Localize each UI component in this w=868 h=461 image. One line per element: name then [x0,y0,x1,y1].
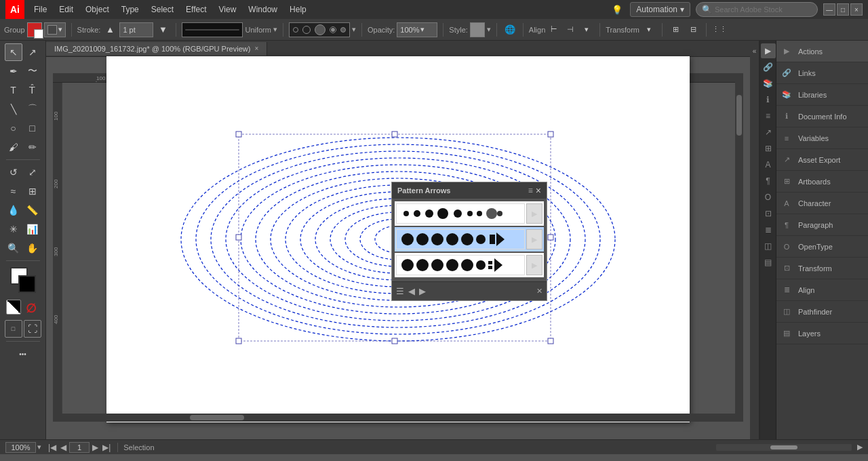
stroke-down-arrow[interactable]: ▼ [155,22,170,37]
menu-view[interactable]: View [214,2,242,17]
panel-close-button[interactable]: × [536,185,541,196]
prev-page-button[interactable]: ◀ [59,443,68,452]
panel-header[interactable]: Pattern Arrows ≡ × [392,182,547,199]
global-btn[interactable]: 🌐 [502,22,517,37]
warp-tool[interactable]: ≈ [5,182,22,200]
panel-prev-button[interactable]: ◀ [408,286,415,296]
side-icon-paragraph[interactable]: ¶ [761,174,776,188]
adobe-stock-search[interactable]: 🔍 [696,2,818,17]
brush-pattern-selector[interactable] [289,22,350,37]
panel-item-actions[interactable]: ▶ Actions [776,41,868,62]
panel-item-artboards[interactable]: ⊞ Artboards [776,171,868,193]
document-tab[interactable]: IMG_20201009_161732.jpg* @ 100% (RGB/GPU… [46,42,267,56]
selection-tool[interactable]: ↖ [5,43,22,61]
tab-close-button[interactable]: × [254,45,258,52]
panel-item-libraries[interactable]: 📚 Libraries [776,84,868,106]
fill-type-dropdown[interactable]: ▾ [44,22,66,37]
align-center-button[interactable]: ⊣ [563,22,578,37]
menu-file[interactable]: File [28,2,52,17]
page-input[interactable] [69,442,90,453]
last-page-button[interactable]: ▶| [101,443,112,452]
menu-type[interactable]: Type [116,2,144,17]
color-mode-btn[interactable] [6,300,21,315]
vertical-type-tool[interactable]: T̂ [24,81,41,99]
normal-mode-btn[interactable]: □ [5,320,22,338]
group-arrange-button[interactable]: ⊟ [686,22,701,37]
panel-list-mode-button[interactable]: ☰ [396,286,404,296]
side-icon-asset-export[interactable]: ↗ [761,125,776,140]
panel-collapse-button[interactable]: « [750,41,760,439]
type-tool[interactable]: T [5,81,22,99]
panel-item-character[interactable]: A Character [776,193,868,214]
brush-play-3[interactable]: ▶ [526,255,542,275]
eyedropper-tool[interactable]: 💧 [5,201,22,219]
side-icon-artboards[interactable]: ⊞ [761,141,776,156]
panel-item-document-info[interactable]: ℹ Document Info [776,106,868,127]
measure-tool[interactable]: 📏 [24,201,41,219]
menu-help[interactable]: Help [284,2,312,17]
hand-tool[interactable]: ✋ [24,239,41,257]
horizontal-scrollbar[interactable] [53,414,735,422]
align-options-button[interactable]: ▾ [579,22,594,37]
curvature-tool[interactable]: 〜 [24,62,41,80]
zoom-dropdown-icon[interactable]: ▾ [37,443,41,452]
more-tools-btn[interactable]: ••• [14,345,32,363]
document-canvas[interactable]: 100 200 300 400 500 600 700 800 100 [53,57,743,422]
side-icon-align[interactable]: ≣ [761,222,776,237]
brush-row-1[interactable]: ▶ [395,201,544,226]
align-left-button[interactable]: ⊢ [547,22,561,37]
opacity-input[interactable]: 100% ▾ [397,22,437,37]
minimize-button[interactable]: — [823,3,835,16]
side-icon-links[interactable]: 🔗 [761,60,776,75]
line-tool[interactable]: ╲ [5,100,22,118]
side-icon-layers[interactable]: ▤ [761,255,776,270]
color-indicator[interactable] [10,267,36,293]
side-icon-variables[interactable]: ≡ [761,108,776,123]
panel-delete-button[interactable]: ✕ [536,287,542,296]
panel-item-transform[interactable]: ⊡ Transform [776,258,868,279]
maximize-button[interactable]: □ [837,3,849,16]
panel-item-links[interactable]: 🔗 Links [776,62,868,84]
pencil-tool[interactable]: ✏ [24,138,41,156]
panel-item-layers[interactable]: ▤ Layers [776,323,868,344]
side-icon-libraries[interactable]: 📚 [761,76,776,91]
stroke-up-arrow[interactable]: ▲ [102,22,117,37]
arrange-button[interactable]: ⊞ [668,22,683,37]
rotate-tool[interactable]: ↺ [5,163,22,181]
menu-window[interactable]: Window [243,2,283,17]
vertical-scrollbar[interactable] [735,73,743,422]
background-color[interactable] [18,275,36,293]
scale-tool[interactable]: ⤢ [24,163,41,181]
panel-item-asset-export[interactable]: ↗ Asset Export [776,149,868,171]
panel-item-variables[interactable]: ≡ Variables [776,127,868,149]
rectangle-tool[interactable]: □ [24,119,41,137]
side-icon-character[interactable]: A [761,157,776,172]
panel-item-align[interactable]: ≣ Align [776,279,868,301]
artboard[interactable]: Pattern Arrows ≡ × [106,56,690,422]
hscroll-thumb[interactable] [190,415,244,420]
free-transform-tool[interactable]: ⊞ [24,182,41,200]
pen-tool[interactable]: ✒ [5,62,22,80]
brush-row-2[interactable]: ▶ [395,227,544,252]
zoom-tool[interactable]: 🔍 [5,239,22,257]
brush-play-1[interactable]: ▶ [526,203,542,224]
ellipse-tool[interactable]: ○ [5,119,22,137]
lightbulb-icon[interactable]: 💡 [610,2,625,17]
more-options-button[interactable]: ⋮⋮ [712,22,727,37]
side-icon-opentype[interactable]: O [761,190,776,205]
zoom-input[interactable] [5,442,36,453]
panel-next-button[interactable]: ▶ [419,286,426,296]
side-icon-document-info[interactable]: ℹ [761,92,776,107]
scroll-right-arrow[interactable]: ▶ [857,443,863,452]
fill-color-box[interactable] [27,22,42,37]
menu-edit[interactable]: Edit [54,2,79,17]
menu-select[interactable]: Select [146,2,179,17]
none-mode-btn[interactable]: ∅ [22,300,40,317]
column-graph-tool[interactable]: 📊 [24,220,41,238]
style-preview[interactable] [470,22,485,37]
panel-menu-icon[interactable]: ≡ [528,186,533,195]
side-icon-pathfinder[interactable]: ◫ [761,239,776,254]
menu-effect[interactable]: Effect [180,2,212,17]
vscroll-thumb[interactable] [736,95,742,136]
side-icon-transform[interactable]: ⊡ [761,206,776,221]
